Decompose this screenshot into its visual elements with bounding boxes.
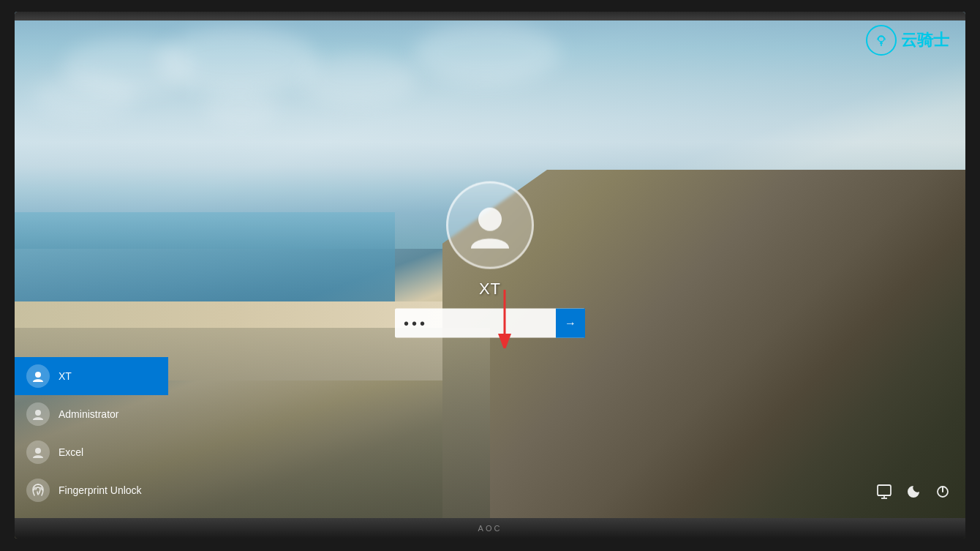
login-screen: 云骑士 XT ••• → [15, 12, 965, 539]
user-item-excel[interactable]: Excel [15, 433, 168, 471]
user-list: XT Administrator Excel [15, 357, 168, 509]
cloud [414, 22, 560, 84]
watermark: 云骑士 [866, 25, 949, 56]
svg-point-7 [35, 410, 41, 416]
user-icon-excel [26, 441, 50, 464]
monitor-brand-label: AOC [478, 524, 502, 533]
user-label-excel: Excel [59, 446, 83, 458]
monitor-bottom-bezel: AOC [15, 518, 965, 539]
password-dots: ••• [404, 315, 556, 331]
user-icon-xt [26, 364, 50, 388]
watermark-label: 云骑士 [901, 29, 949, 51]
password-submit-button[interactable]: → [556, 309, 585, 338]
user-item-xt[interactable]: XT [15, 357, 168, 395]
user-item-administrator[interactable]: Administrator [15, 395, 168, 433]
user-item-fingerprint[interactable]: Fingerprint Unlock [15, 471, 168, 509]
user-label-fingerprint: Fingerprint Unlock [59, 484, 142, 496]
power-icon[interactable] [935, 484, 951, 503]
cloud [205, 91, 278, 127]
svg-rect-9 [878, 485, 891, 495]
user-label-administrator: Administrator [59, 408, 118, 420]
system-icons [876, 484, 951, 503]
watermark-icon [866, 25, 897, 56]
user-label-xt: XT [59, 370, 72, 382]
user-icon-administrator [26, 402, 50, 426]
svg-point-6 [35, 372, 41, 378]
monitor-top-bezel [15, 12, 965, 20]
svg-point-8 [35, 448, 41, 454]
cloud [157, 28, 318, 94]
cloud [34, 75, 136, 119]
cloud [300, 54, 417, 105]
network-icon[interactable] [876, 484, 892, 503]
user-silhouette-icon [464, 199, 516, 252]
sleep-icon[interactable] [905, 484, 921, 503]
arrow-icon: → [565, 317, 576, 330]
red-arrow-annotation [483, 290, 527, 351]
svg-point-3 [478, 208, 502, 231]
avatar [446, 181, 534, 269]
fingerprint-icon [26, 479, 50, 502]
